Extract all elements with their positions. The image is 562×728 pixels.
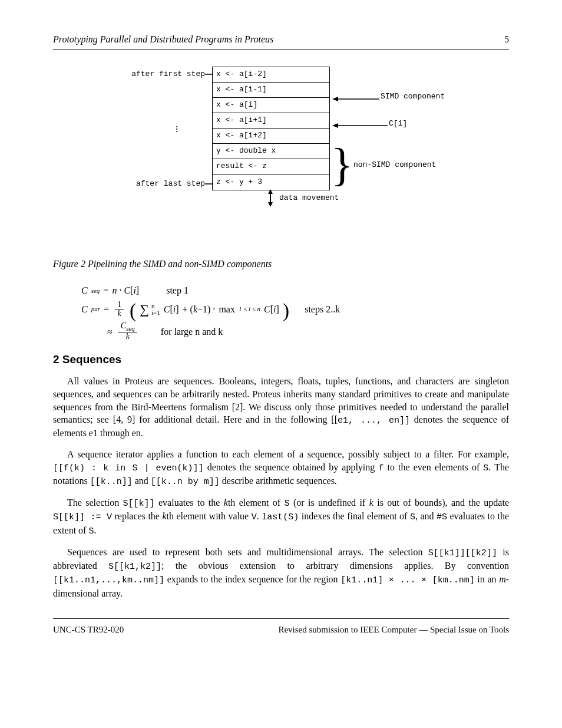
svg-marker-6	[268, 202, 273, 207]
svg-marker-1	[332, 97, 338, 101]
arrow-c-i	[332, 121, 389, 130]
tick-first	[205, 73, 213, 76]
paragraph: The selection S[[k]] evaluates to the kt…	[53, 496, 509, 538]
stack-cell: x <- a[i+1]	[213, 113, 329, 129]
label-simd-component: SIMD component	[381, 91, 445, 102]
label-c-i: C[i]	[389, 118, 407, 129]
figure-2: x <- a[i-2] x <- a[i-1] x <- a[i] x <- a…	[53, 67, 509, 243]
running-header-page: 5	[504, 33, 509, 46]
cost-formula: Cseq = n · C[i] step 1 Cpar = 1k ( ∑ n i…	[81, 284, 509, 341]
paragraph: All values in Proteus are sequences. Boo…	[53, 375, 509, 440]
stack-cell: x <- a[i-1]	[213, 83, 329, 98]
footer-left: UNC-CS TR92-020	[53, 624, 124, 635]
top-rule	[53, 50, 509, 50]
arrow-simd	[332, 95, 381, 103]
paragraph: Sequences are used to represent both set…	[53, 546, 509, 599]
footer-right: Revised submission to IEEE Computer — Sp…	[278, 624, 509, 635]
running-header-title: Prototyping Parallel and Distributed Pro…	[53, 33, 273, 46]
formula-condition: for large n and k	[161, 325, 223, 338]
stack-cell: z <- y + 3	[213, 174, 329, 190]
svg-marker-5	[268, 189, 273, 194]
bottom-rule	[53, 618, 509, 619]
stack-cell: x <- a[i]	[213, 98, 329, 113]
formula-step2: steps 2..k	[305, 303, 340, 316]
stack-cell: result <- z	[213, 159, 329, 174]
label-after-last-step: after last step	[123, 179, 205, 189]
svg-marker-3	[332, 123, 338, 128]
formula-step1: step 1	[166, 284, 189, 297]
section-heading: 2 Sequences	[53, 352, 509, 367]
paragraph: A sequence iterator applies a function t…	[53, 448, 509, 488]
double-arrow-icon	[266, 189, 275, 207]
label-data-movement: data movement	[279, 193, 339, 203]
stack-cell: x <- a[i+2]	[213, 129, 329, 144]
figure-stack: x <- a[i-2] x <- a[i-1] x <- a[i] x <- a…	[212, 67, 330, 190]
ellipsis-icon: …	[171, 126, 187, 136]
figure-caption: Figure 2 Pipelining the SIMD and non-SIM…	[53, 258, 509, 271]
stack-cell: y <- double x	[213, 144, 329, 159]
stack-cell: x <- a[i-2]	[213, 67, 329, 83]
label-after-first-step: after first step	[117, 69, 205, 80]
tick-last	[205, 182, 213, 186]
brace-icon: }	[331, 142, 353, 188]
label-non-simd: non-SIMD component	[353, 160, 436, 170]
